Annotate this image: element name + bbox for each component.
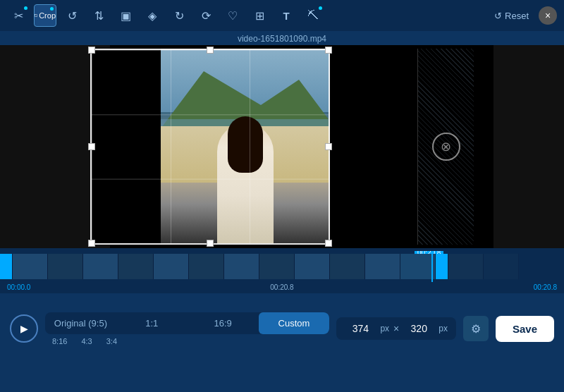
reset-label: Reset	[505, 11, 529, 21]
cut-tool-btn[interactable]: ✂	[7, 4, 30, 27]
right-black	[494, 45, 564, 248]
time-end: 00:20.8	[534, 283, 557, 291]
save-button[interactable]: Save	[496, 316, 554, 342]
crop-label: Crop	[39, 11, 56, 20]
timeline-thumb-6	[189, 254, 224, 279]
timeline-thumb-4	[118, 254, 154, 279]
heart-tool-btn[interactable]: ♡	[221, 4, 244, 27]
time-start: 00:00.0	[7, 283, 30, 291]
frame-tool-btn[interactable]: ▣	[114, 4, 137, 27]
flip-icon: ⇅	[94, 9, 104, 23]
timeline-track[interactable]: 00:20.8	[0, 251, 564, 282]
timeline-thumb-3	[83, 254, 118, 279]
width-input[interactable]	[345, 323, 376, 334]
preset-1-1-label: 1:1	[145, 318, 158, 329]
close-button[interactable]: ×	[539, 6, 557, 25]
preset-16-9-btn[interactable]: 16:9	[188, 312, 259, 334]
timeline-section: 00:20.8 00:00.0 00:20.8 00:20.8	[0, 248, 564, 293]
person-tool-btn[interactable]: ⛏	[302, 4, 324, 27]
preset-original-btn[interactable]: Original (9:5)	[45, 312, 116, 334]
timeline-thumb-0	[0, 254, 13, 279]
close-icon: ×	[545, 10, 551, 21]
save-label: Save	[513, 323, 537, 335]
timeline-thumb-10	[330, 254, 365, 279]
crop-icon	[35, 10, 37, 21]
svg-rect-0	[35, 15, 37, 17]
timeline-thumb-2	[48, 254, 83, 279]
text-icon: T	[283, 10, 289, 22]
presets-row2: 8:16 4:3 3:4	[45, 337, 329, 345]
height-unit-label: px	[439, 324, 448, 333]
timeline-thumb-blank1	[448, 254, 484, 279]
filename-bar: video-1651801090.mp4	[0, 31, 564, 45]
settings-button[interactable]: ⚙	[463, 316, 489, 341]
video-area: ⊗	[0, 45, 564, 248]
preset-3-4-btn[interactable]: 3:4	[106, 337, 117, 345]
timeline-thumb-12	[400, 254, 436, 279]
cut-dot	[24, 6, 27, 10]
dimension-separator: ×	[393, 323, 399, 334]
scene-person	[217, 123, 274, 243]
settings-icon: ⚙	[471, 322, 481, 336]
timeline-thumb-1	[13, 254, 48, 279]
preset-4-3-btn[interactable]: 4:3	[81, 337, 92, 345]
loop-icon: ⟳	[202, 9, 211, 23]
scene-person-hair	[228, 116, 263, 173]
watermark-area: ⊗	[417, 49, 474, 245]
audio-icon: ◈	[148, 9, 157, 23]
timeline-thumb-8	[259, 254, 295, 279]
play-icon: ▶	[20, 323, 28, 334]
timeline-times: 00:00.0 00:20.8 00:20.8	[0, 282, 564, 293]
timeline-cursor	[431, 251, 433, 282]
undo-icon: ↺	[68, 9, 77, 23]
time-mid: 00:20.8	[270, 283, 293, 291]
text-tool-btn[interactable]: T	[275, 4, 298, 27]
play-button[interactable]: ▶	[10, 314, 38, 343]
dimension-controls: px × px	[336, 317, 456, 340]
loop-tool-btn[interactable]: ⟳	[195, 4, 217, 27]
timeline-thumb-blank2	[484, 254, 519, 279]
preset-8-16-btn[interactable]: 8:16	[52, 337, 67, 345]
rotate-icon: ↻	[175, 9, 184, 23]
reset-icon: ↺	[494, 11, 502, 21]
heart-icon: ♡	[228, 9, 238, 23]
height-input[interactable]	[403, 323, 434, 334]
media-tool-btn[interactable]: ⊞	[248, 4, 271, 27]
crop-tool-btn[interactable]: Crop	[34, 4, 56, 27]
media-icon: ⊞	[255, 9, 264, 23]
reset-button[interactable]: ↺ Reset	[489, 8, 534, 24]
rotate-tool-btn[interactable]: ↻	[168, 4, 190, 27]
video-frame: ⊗	[90, 49, 474, 245]
preset-custom-btn[interactable]: Custom	[259, 312, 330, 334]
preset-custom-label: Custom	[278, 318, 310, 329]
timeline-thumb-9	[295, 254, 330, 279]
preset-original-label: Original (9:5)	[54, 318, 107, 329]
timeline-thumb-5	[154, 254, 189, 279]
timeline-thumb-11	[365, 254, 400, 279]
flip-tool-btn[interactable]: ⇅	[87, 4, 110, 27]
crop-presets: Original (9:5) 1:1 16:9 Custom 8:16 4:3 …	[45, 312, 329, 345]
undo-tool-btn[interactable]: ↺	[61, 4, 83, 27]
width-unit-label: px	[380, 324, 389, 333]
timeline-thumb-end	[436, 254, 448, 279]
watermark-circle: ⊗	[432, 133, 460, 161]
video-content	[161, 49, 330, 243]
filename-text: video-1651801090.mp4	[238, 34, 326, 44]
audio-tool-btn[interactable]: ◈	[141, 4, 164, 27]
timeline-thumb-7	[224, 254, 259, 279]
preset-16-9-label: 16:9	[214, 318, 231, 329]
preset-1-1-btn[interactable]: 1:1	[116, 312, 188, 334]
toolbar: ✂ Crop ↺ ⇅ ▣ ◈ ↻ ⟳ ♡ ⊞ T ⛏	[0, 0, 564, 31]
crop-dot	[50, 7, 54, 11]
cut-icon: ✂	[14, 9, 23, 23]
presets-row1: Original (9:5) 1:1 16:9 Custom	[45, 312, 329, 334]
person-icon: ⛏	[307, 9, 319, 22]
bottom-controls: ▶ Original (9:5) 1:1 16:9 Custom 8:16 4:…	[0, 293, 564, 364]
person-dot	[319, 6, 322, 10]
frame-icon: ▣	[121, 9, 131, 23]
